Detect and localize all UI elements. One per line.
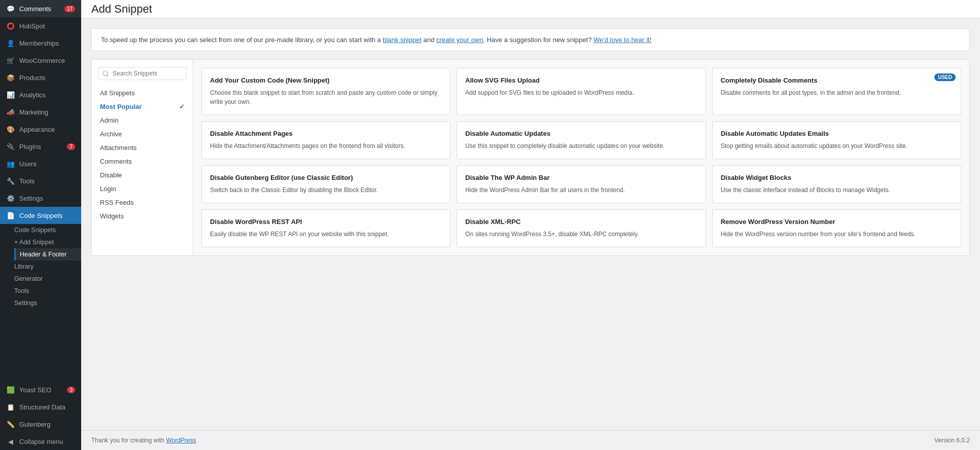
sidebar-item-marketing[interactable]: 📣 Marketing xyxy=(0,103,81,121)
sidebar-label-structured-data: Structured Data xyxy=(19,403,65,411)
snippet-desc-disable-widget-blocks: Use the classic interface instead of Blo… xyxy=(721,185,953,195)
snippet-card-disable-comments[interactable]: Completely Disable CommentsDisable comme… xyxy=(712,68,961,115)
sidebar-label-plugins: Plugins xyxy=(19,143,41,151)
filter-most-popular-label: Most Popular xyxy=(100,103,142,110)
filter-archive[interactable]: Archive xyxy=(92,127,193,141)
check-icon: ✓ xyxy=(179,103,185,110)
filter-most-popular[interactable]: Most Popular ✓ xyxy=(92,100,193,114)
wordpress-link[interactable]: WordPress xyxy=(166,437,196,444)
sidebar-item-products[interactable]: 📦 Products xyxy=(0,69,81,86)
info-bar: To speed up the process you can select f… xyxy=(91,28,970,51)
snippet-title-custom-code: Add Your Custom Code (New Snippet) xyxy=(210,77,442,84)
main-content: Add Snippet To speed up the process you … xyxy=(81,0,980,450)
snippet-card-disable-admin-bar[interactable]: Disable The WP Admin BarHide the WordPre… xyxy=(457,165,706,203)
snippet-title-remove-version: Remove WordPress Version Number xyxy=(721,218,953,226)
blank-snippet-link[interactable]: blank snippet xyxy=(382,36,422,44)
sidebar-item-comments[interactable]: 💬 Comments 17 xyxy=(0,0,81,17)
snippet-card-custom-code[interactable]: Add Your Custom Code (New Snippet)Choose… xyxy=(201,68,450,115)
sidebar-label-appearance: Appearance xyxy=(19,126,55,133)
version-label: Version 6.0.2 xyxy=(934,437,970,444)
sub-library[interactable]: Library xyxy=(14,260,81,273)
sidebar-label-gutenberg: Gutenberg xyxy=(19,421,50,428)
snippet-card-allow-svg[interactable]: Allow SVG Files UploadAdd support for SV… xyxy=(457,68,706,115)
sidebar-item-collapse[interactable]: ◀ Collapse menu xyxy=(0,433,81,450)
filter-disable[interactable]: Disable xyxy=(92,168,193,182)
snippet-card-disable-auto-update-emails[interactable]: Disable Automatic Updates EmailsStop get… xyxy=(712,121,961,159)
sidebar-label-marketing: Marketing xyxy=(19,108,48,116)
footer-text: Thank you for creating with xyxy=(91,437,166,444)
sidebar-item-settings[interactable]: ⚙️ Settings xyxy=(0,190,81,207)
sub-settings[interactable]: Settings xyxy=(14,297,81,309)
sidebar-item-structured-data[interactable]: 📋 Structured Data xyxy=(0,398,81,416)
left-panel: All Snippets Most Popular ✓ Admin Archiv… xyxy=(92,60,193,255)
filter-admin[interactable]: Admin xyxy=(92,114,193,127)
sidebar-item-memberships[interactable]: 👤 Memberships xyxy=(0,34,81,52)
snippet-card-disable-attachment[interactable]: Disable Attachment PagesHide the Attachm… xyxy=(201,121,450,159)
snippet-desc-disable-admin-bar: Hide the WordPress Admin Bar for all use… xyxy=(465,185,697,195)
snippet-title-disable-comments: Completely Disable Comments xyxy=(721,77,953,84)
gutenberg-icon: ✏️ xyxy=(6,420,15,429)
collapse-icon: ◀ xyxy=(6,437,15,446)
sub-add-snippet[interactable]: + Add Snippet xyxy=(14,236,81,248)
snippet-desc-disable-xmlrpc: On sites running WordPress 3.5+, disable… xyxy=(465,230,697,239)
page-title: Add Snippet xyxy=(91,3,152,16)
snippet-grid: Add Your Custom Code (New Snippet)Choose… xyxy=(201,68,961,247)
filter-login[interactable]: Login xyxy=(92,182,193,196)
snippet-title-disable-gutenberg: Disable Gutenberg Editor (use Classic Ed… xyxy=(210,174,442,181)
snippet-card-disable-auto-updates[interactable]: Disable Automatic UpdatesUse this snippe… xyxy=(457,121,706,159)
sidebar-item-plugins[interactable]: 🔌 Plugins 7 xyxy=(0,138,81,155)
sidebar-item-gutenberg[interactable]: ✏️ Gutenberg xyxy=(0,416,81,433)
structured-data-icon: 📋 xyxy=(6,402,15,411)
sidebar-item-woocommerce[interactable]: 🛒 WooCommerce xyxy=(0,52,81,69)
snippet-desc-disable-rest-api: Easily disable the WP REST API on your w… xyxy=(210,230,442,239)
snippet-title-disable-auto-update-emails: Disable Automatic Updates Emails xyxy=(721,130,953,137)
sidebar-item-code-snippets[interactable]: 📄 Code Snippets xyxy=(0,207,81,224)
snippet-card-disable-xmlrpc[interactable]: Disable XML-RPCOn sites running WordPres… xyxy=(457,209,706,247)
memberships-icon: 👤 xyxy=(6,39,15,48)
plugins-icon: 🔌 xyxy=(6,142,15,151)
snippet-title-disable-rest-api: Disable WordPress REST API xyxy=(210,218,442,226)
snippet-layout: All Snippets Most Popular ✓ Admin Archiv… xyxy=(91,59,970,256)
suggestion-link[interactable]: We'd love to hear it! xyxy=(593,36,651,44)
analytics-icon: 📊 xyxy=(6,90,15,99)
filter-all[interactable]: All Snippets xyxy=(92,86,193,100)
sub-code-snippets[interactable]: Code Snippets xyxy=(14,224,81,236)
footer-left: Thank you for creating with WordPress xyxy=(91,437,196,444)
sidebar-item-users[interactable]: 👥 Users xyxy=(0,155,81,172)
create-own-link[interactable]: create your own xyxy=(436,36,483,44)
sidebar-item-hubspot[interactable]: ⭕ HubSpot xyxy=(0,17,81,34)
snippet-desc-disable-gutenberg: Switch back to the Classic Editor by dis… xyxy=(210,185,442,195)
filter-widgets[interactable]: Widgets xyxy=(92,209,193,223)
snippet-desc-remove-version: Hide the WordPress version number from y… xyxy=(721,230,953,239)
sidebar-item-appearance[interactable]: 🎨 Appearance xyxy=(0,121,81,138)
sidebar-label-comments: Comments xyxy=(19,5,51,13)
tools-icon: 🔧 xyxy=(6,176,15,185)
snippet-desc-disable-comments: Disable comments for all post types, in … xyxy=(721,88,953,97)
hubspot-icon: ⭕ xyxy=(6,21,15,30)
sidebar-item-yoast[interactable]: 🟩 Yoast SEO 3 xyxy=(0,381,81,398)
sidebar-item-tools[interactable]: 🔧 Tools xyxy=(0,172,81,190)
filter-attachments[interactable]: Attachments xyxy=(92,141,193,155)
snippet-card-disable-gutenberg[interactable]: Disable Gutenberg Editor (use Classic Ed… xyxy=(201,165,450,203)
snippet-card-disable-rest-api[interactable]: Disable WordPress REST APIEasily disable… xyxy=(201,209,450,247)
content-area: To speed up the process you can select f… xyxy=(81,18,980,430)
users-icon: 👥 xyxy=(6,159,15,168)
sidebar-item-analytics[interactable]: 📊 Analytics xyxy=(0,86,81,103)
snippet-card-remove-version[interactable]: Remove WordPress Version NumberHide the … xyxy=(712,209,961,247)
sidebar-label-settings: Settings xyxy=(19,195,43,202)
sidebar-label-memberships: Memberships xyxy=(19,40,59,47)
snippet-desc-disable-attachment: Hide the Attachment/Attachments pages on… xyxy=(210,141,442,151)
used-badge-disable-comments: USED xyxy=(934,73,956,81)
code-snippets-icon: 📄 xyxy=(6,211,15,220)
snippet-card-disable-widget-blocks[interactable]: Disable Widget BlocksUse the classic int… xyxy=(712,165,961,203)
snippet-desc-disable-auto-updates: Use this snippet to completely disable a… xyxy=(465,141,697,151)
filter-comments[interactable]: Comments xyxy=(92,155,193,168)
sub-generator[interactable]: Generator xyxy=(14,273,81,285)
search-input[interactable] xyxy=(98,67,187,80)
filter-rss-feeds[interactable]: RSS Feeds xyxy=(92,196,193,209)
sidebar-label-tools: Tools xyxy=(19,177,34,185)
sub-header-footer[interactable]: Header & Footer xyxy=(14,248,81,260)
right-panel: Add Your Custom Code (New Snippet)Choose… xyxy=(193,60,969,255)
snippet-title-disable-widget-blocks: Disable Widget Blocks xyxy=(721,174,953,181)
sub-tools[interactable]: Tools xyxy=(14,285,81,297)
